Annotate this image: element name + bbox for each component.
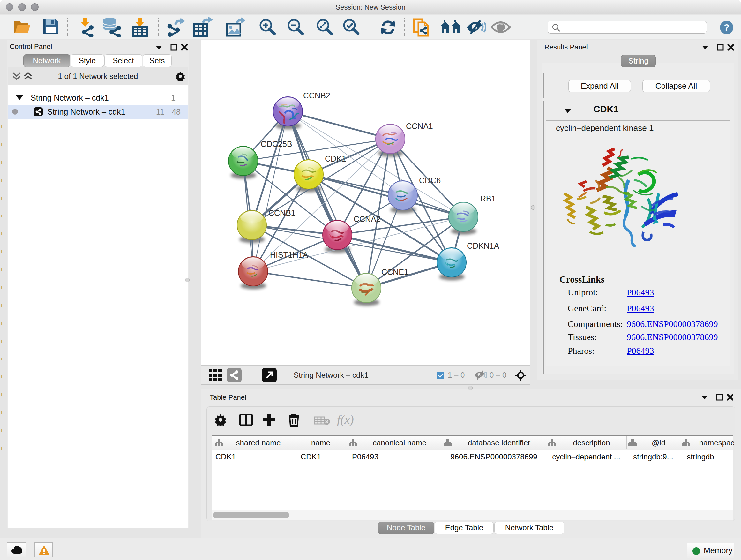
- svg-text:CCNB1: CCNB1: [268, 208, 295, 217]
- svg-text:HIST1H1A: HIST1H1A: [270, 250, 308, 259]
- svg-text:CCNB2: CCNB2: [303, 91, 330, 100]
- svg-text:CDKN1A: CDKN1A: [467, 241, 499, 250]
- svg-text:CDC6: CDC6: [419, 176, 441, 185]
- svg-text:CCNA1: CCNA1: [406, 122, 433, 131]
- svg-text:CCNA2: CCNA2: [354, 214, 381, 224]
- svg-text:CDK1: CDK1: [325, 154, 346, 163]
- svg-text:CCNE1: CCNE1: [381, 267, 408, 276]
- svg-text:RB1: RB1: [480, 194, 496, 203]
- svg-text:CDC25B: CDC25B: [261, 139, 292, 148]
